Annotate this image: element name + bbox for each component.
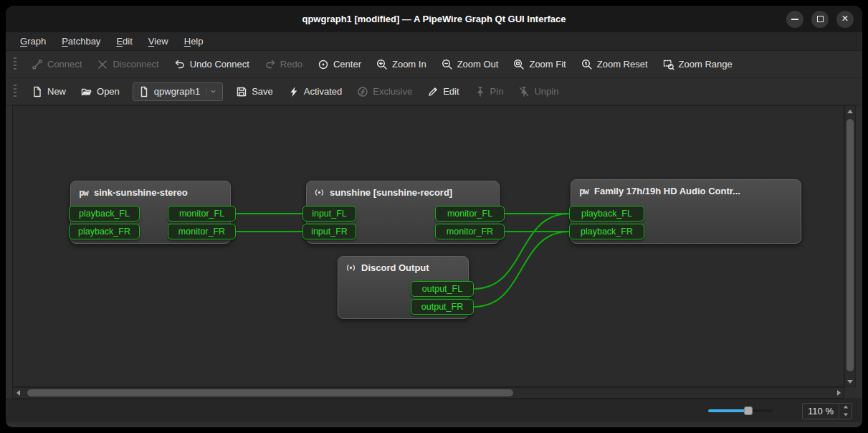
zoom-fit-button[interactable]: Zoom Fit: [507, 55, 572, 74]
edit-button[interactable]: Edit: [421, 82, 465, 101]
port-playback_fl[interactable]: playback_FL: [69, 206, 140, 222]
unpin-button: Unpin: [512, 82, 565, 101]
zoom-range-icon: [663, 59, 674, 70]
zoom-spinbox[interactable]: 110 %: [802, 403, 852, 419]
canvas-area: pwsink-sunshine-stereoplayback_FLplaybac…: [12, 105, 856, 399]
toolbar-button-label: Center: [333, 59, 361, 70]
node-header: pwFamily 17h/19h HD Audio Contr...: [571, 180, 801, 202]
node-title: sunshine [sunshine-record]: [330, 187, 452, 198]
patchbay-profile-combobox[interactable]: qpwgraph1: [133, 82, 223, 101]
zoom-in-icon[interactable]: [781, 405, 793, 417]
pin-icon: [474, 86, 486, 97]
open-button[interactable]: Open: [75, 82, 126, 101]
window-controls: ×: [786, 11, 854, 28]
connect-button: Connect: [25, 55, 88, 74]
close-button[interactable]: ×: [836, 11, 854, 28]
menu-edit[interactable]: Edit: [109, 34, 139, 49]
scroll-right-button[interactable]: [834, 388, 844, 398]
zoom-value: 110 %: [803, 406, 839, 417]
node-title: sink-sunshine-stereo: [94, 187, 188, 198]
port-monitor_fl[interactable]: monitor_FL: [168, 206, 236, 222]
toolbar-button-label: Connect: [47, 59, 82, 70]
minimize-button[interactable]: [786, 11, 803, 28]
pipewire-icon: pw: [78, 187, 89, 198]
port-playback_fr[interactable]: playback_FR: [69, 224, 140, 239]
horizontal-scroll-thumb[interactable]: [27, 389, 514, 396]
toolbar-button-label: Zoom In: [392, 59, 426, 70]
scroll-down-button[interactable]: [845, 376, 855, 386]
zoom-range-button[interactable]: Zoom Range: [657, 55, 739, 74]
port-monitor_fr[interactable]: monitor_FR: [168, 224, 236, 239]
maximize-button[interactable]: [811, 11, 829, 28]
toolbar-button-label: New: [47, 86, 66, 97]
vertical-scroll-thumb[interactable]: [846, 119, 854, 371]
redo-icon: [264, 59, 276, 70]
zoom-slider[interactable]: [708, 406, 773, 416]
menu-bar: GraphPatchbayEditViewHelp: [6, 32, 862, 51]
center-icon: [318, 59, 329, 70]
toolbar-button-label: Undo Connect: [190, 59, 249, 70]
port-input_fl[interactable]: input_FL: [302, 206, 356, 222]
new-icon: [32, 86, 43, 97]
graph-canvas[interactable]: pwsink-sunshine-stereoplayback_FLplaybac…: [12, 105, 844, 387]
zoom-reset-button[interactable]: Zoom Reset: [575, 55, 654, 74]
zoom-out-button[interactable]: Zoom Out: [435, 55, 505, 74]
zoom-spin-up-button[interactable]: [839, 404, 852, 411]
zoom-in-button[interactable]: Zoom In: [370, 55, 433, 74]
port-playback_fr[interactable]: playback_FR: [569, 224, 644, 239]
scroll-left-button[interactable]: [13, 388, 23, 398]
combo-value: qpwgraph1: [154, 86, 200, 97]
toolbar-button-label: Activated: [304, 86, 342, 97]
zoom-spin-down-button[interactable]: [839, 411, 852, 419]
toolbar-button-label: Redo: [280, 59, 302, 70]
port-output_fr[interactable]: output_FR: [411, 299, 474, 315]
menu-view[interactable]: View: [141, 34, 176, 49]
disconnect-icon: [97, 59, 108, 70]
node-title: Discord Output: [361, 262, 429, 273]
zoom-in-icon: [376, 59, 388, 70]
close-icon: ×: [841, 13, 848, 24]
port-playback_fl[interactable]: playback_FL: [569, 206, 644, 222]
zoom-out-icon[interactable]: [687, 405, 700, 417]
activated-button[interactable]: Activated: [282, 82, 348, 101]
exclusive-button: Exclusive: [350, 82, 419, 101]
toolbar-button-label: Zoom Reset: [597, 59, 648, 70]
toolbar-button-label: Exclusive: [373, 86, 412, 97]
toolbar-button-label: Unpin: [534, 86, 558, 97]
toolbar-button-label: Save: [252, 86, 273, 97]
toolbar-drag-handle[interactable]: [14, 85, 16, 99]
status-bar: 110 %: [6, 399, 862, 422]
zoom-slider-track[interactable]: [708, 409, 773, 412]
exclusive-icon: [357, 86, 368, 97]
toolbar-button-label: Pin: [490, 86, 504, 97]
zoom-slider-handle[interactable]: [744, 406, 753, 415]
port-output_fl[interactable]: output_FL: [411, 281, 474, 297]
vertical-scroll-track[interactable]: [845, 116, 855, 376]
undo-connect-button[interactable]: Undo Connect: [168, 55, 256, 74]
chevron-down-icon: [206, 87, 217, 95]
window-title: qpwgraph1 [modified] — A PipeWire Graph …: [302, 14, 566, 24]
unpin-icon: [518, 86, 530, 97]
zoom-slider-fill: [708, 409, 748, 412]
port-monitor_fl[interactable]: monitor_FL: [435, 206, 505, 222]
center-button[interactable]: Center: [311, 55, 368, 74]
port-monitor_fr[interactable]: monitor_FR: [435, 224, 505, 239]
menu-help[interactable]: Help: [177, 34, 211, 49]
horizontal-scroll-track[interactable]: [23, 388, 834, 398]
horizontal-scrollbar[interactable]: [12, 387, 844, 399]
pipewire-icon: pw: [578, 186, 589, 196]
disconnect-button: Disconnect: [90, 55, 165, 74]
menu-graph[interactable]: Graph: [13, 34, 53, 49]
title-bar[interactable]: qpwgraph1 [modified] — A PipeWire Graph …: [6, 6, 862, 32]
save-button[interactable]: Save: [229, 82, 280, 101]
vertical-scrollbar[interactable]: [844, 105, 856, 387]
edit-icon: [427, 86, 439, 97]
new-button[interactable]: New: [25, 82, 72, 101]
undo-icon: [174, 59, 186, 70]
toolbar-button-label: Zoom Fit: [529, 59, 566, 70]
port-input_fr[interactable]: input_FR: [302, 224, 356, 239]
toolbar-drag-handle[interactable]: [14, 57, 16, 72]
scroll-up-button[interactable]: [845, 106, 855, 116]
connect-icon: [32, 59, 43, 70]
menu-patchbay[interactable]: Patchbay: [54, 34, 108, 49]
